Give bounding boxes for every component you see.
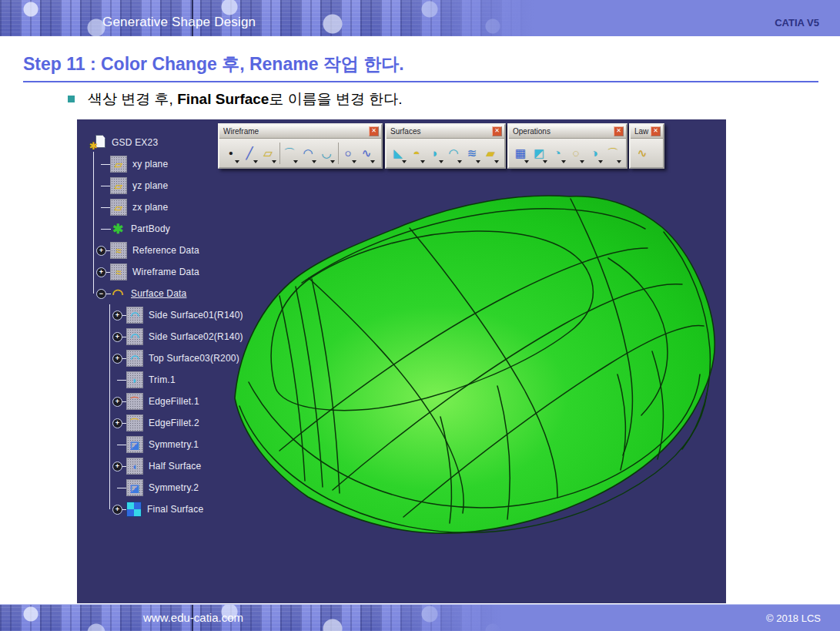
connect-curve-button[interactable]: ◠ — [299, 143, 317, 164]
tree-item-yz-plane[interactable]: ▱yz plane — [85, 175, 293, 196]
toolbar-title: Wireframe — [223, 127, 259, 136]
corner-button[interactable]: ⌒ — [279, 143, 299, 164]
half-surface-icon: ◖ — [126, 458, 143, 475]
tree-item-surface-data[interactable]: −◠Surface Data — [85, 283, 293, 304]
line-button[interactable]: ╱ — [240, 143, 259, 164]
revolve-button[interactable]: ◓ — [407, 143, 426, 164]
toolbar-surfaces: Surfaces ✕ ◣◓◗◠≋▰ — [385, 123, 506, 169]
expand-icon[interactable]: + — [112, 418, 122, 428]
expand-icon[interactable]: + — [112, 505, 122, 515]
expand-icon[interactable]: + — [112, 462, 122, 472]
split-button[interactable]: ◩ — [530, 143, 548, 164]
footer-url[interactable]: www.edu-catia.com — [143, 611, 243, 624]
healing-button[interactable]: ◔ — [548, 143, 567, 164]
header-band: Generative Shape Design CATIA V5 — [0, 0, 840, 36]
expand-icon[interactable]: + — [112, 397, 122, 407]
partbody-icon: ✱ — [110, 221, 125, 237]
extrude-button[interactable]: ◣ — [389, 143, 407, 164]
conic-icon: ◡ — [321, 147, 331, 159]
expand-icon[interactable]: + — [96, 246, 106, 256]
fill-icon: ▰ — [486, 147, 495, 159]
tree-item-wireframe-data[interactable]: +≈Wireframe Data — [85, 261, 293, 283]
tree-item-label: Trim.1 — [149, 374, 176, 385]
toolbar-operations-titlebar[interactable]: Operations ✕ — [509, 125, 626, 139]
close-icon[interactable]: ✕ — [614, 126, 624, 136]
bullet-text-pre: 색상 변경 후, — [88, 91, 177, 107]
collapse-icon[interactable]: − — [96, 289, 106, 299]
brand-label: CATIA V5 — [775, 17, 819, 29]
fillet-red-icon: ⌒ — [126, 393, 143, 410]
edge-fillet-icon: ⌒ — [607, 147, 619, 159]
edge-fillet-button[interactable]: ⌒ — [604, 143, 622, 164]
sweep-button[interactable]: ≋ — [463, 143, 481, 164]
symmetry-icon: ◪ — [126, 479, 143, 496]
tree-item-label: Symmetry.2 — [149, 482, 199, 493]
extract-button[interactable]: ◑ — [585, 143, 604, 164]
split-icon: ◩ — [534, 147, 544, 159]
toolbar-operations: Operations ✕ ▦◩◔◌◑⌒ — [507, 123, 627, 169]
boundary-button[interactable]: ◌ — [567, 143, 585, 164]
tree-item-label: Reference Data — [132, 245, 199, 256]
toolbar-surfaces-titlebar[interactable]: Surfaces ✕ — [387, 125, 504, 139]
offset-button[interactable]: ◠ — [444, 143, 463, 164]
toolbar-law-titlebar[interactable]: Law ✕ — [631, 125, 663, 139]
geoset-icon: ≈ — [110, 263, 127, 280]
bullet-text-bold: Final Surface — [177, 91, 269, 107]
tree-item-trim-1[interactable]: ◗Trim.1 — [85, 369, 293, 391]
expand-icon[interactable]: + — [112, 310, 122, 321]
toolbar-wireframe: Wireframe ✕ •╱▱⌒◠◡○∿ — [218, 123, 383, 169]
expand-icon[interactable]: + — [112, 332, 122, 342]
tree-item-label: Wireframe Data — [132, 267, 199, 277]
tree-item-label: Top Surface03(R200) — [149, 353, 239, 364]
conic-button[interactable]: ◡ — [317, 143, 336, 164]
point-icon: • — [229, 147, 233, 159]
toolbar-wireframe-titlebar[interactable]: Wireframe ✕ — [219, 125, 381, 139]
footer-copyright: © 2018 LCS — [766, 613, 821, 624]
plane-icon: ▱ — [263, 147, 273, 159]
connect-curve-icon: ◠ — [303, 147, 313, 159]
expand-icon[interactable]: + — [112, 354, 122, 364]
extract-icon: ◑ — [591, 147, 597, 159]
spline-button[interactable]: ∿ — [357, 143, 376, 164]
tree-item-label: Half Surface — [149, 461, 201, 472]
tree-item-symmetry-2[interactable]: ◪Symmetry.2 — [85, 477, 293, 498]
close-icon[interactable]: ✕ — [651, 126, 661, 136]
tree-item-label: Surface Data — [131, 288, 186, 299]
sphere-button[interactable]: ◗ — [426, 143, 444, 164]
close-icon[interactable]: ✕ — [369, 126, 379, 136]
tree-item-label: yz plane — [132, 180, 168, 191]
bullet-text: 색상 변경 후, Final Surface로 이름을 변경 한다. — [88, 89, 403, 109]
tree-item-edgefillet-2[interactable]: +⌒EdgeFillet.2 — [85, 412, 293, 434]
symmetry-icon: ◪ — [126, 436, 143, 453]
final-surface-icon — [126, 502, 142, 517]
sweep-surface-icon: ◠ — [126, 328, 143, 345]
tree-item-label: EdgeFillet.1 — [149, 396, 199, 407]
catia-viewport[interactable]: Wireframe ✕ •╱▱⌒◠◡○∿ Surfaces ✕ ◣◓◗◠≋▰ O… — [77, 119, 726, 603]
law-button[interactable]: ∿ — [633, 143, 651, 164]
bullet-text-post: 로 이름을 변경 한다. — [269, 91, 402, 107]
fill-button[interactable]: ▰ — [481, 143, 500, 164]
final-surface-model[interactable] — [235, 196, 715, 533]
circle-button[interactable]: ○ — [338, 143, 357, 164]
tree-item-final-surface[interactable]: +Final Surface — [85, 498, 293, 520]
tree-item-reference-data[interactable]: +≈Reference Data — [85, 240, 293, 261]
tree-item-edgefillet-1[interactable]: +⌒EdgeFillet.1 — [85, 391, 293, 412]
tree-item-side-surface01-r140-[interactable]: +◠Side Surface01(R140) — [85, 304, 293, 326]
tree-item-zx-plane[interactable]: ▱zx plane — [85, 196, 293, 218]
expand-icon[interactable]: + — [96, 267, 106, 277]
join-button[interactable]: ▦ — [511, 143, 530, 164]
tree-item-label: GSD EX23 — [112, 137, 158, 148]
plane-button[interactable]: ▱ — [259, 143, 277, 164]
extrude-icon: ◣ — [393, 147, 403, 159]
page-title: Step 11 : Color Change 후, Rename 작업 한다. — [23, 52, 818, 82]
geoset-icon: ≈ — [110, 242, 127, 259]
tree-item-partbody[interactable]: ✱PartBody — [85, 218, 293, 240]
tree-item-label: PartBody — [131, 223, 170, 234]
toolbar-law: Law ✕ ∿ — [629, 123, 664, 169]
point-button[interactable]: • — [222, 143, 240, 164]
tree-item-symmetry-1[interactable]: ◪Symmetry.1 — [85, 434, 293, 455]
tree-item-top-surface03-r200-[interactable]: +◠Top Surface03(R200) — [85, 347, 293, 369]
close-icon[interactable]: ✕ — [492, 126, 502, 136]
tree-item-half-surface[interactable]: +◖Half Surface — [85, 455, 293, 477]
tree-item-side-surface02-r140-[interactable]: +◠Side Surface02(R140) — [85, 326, 293, 347]
